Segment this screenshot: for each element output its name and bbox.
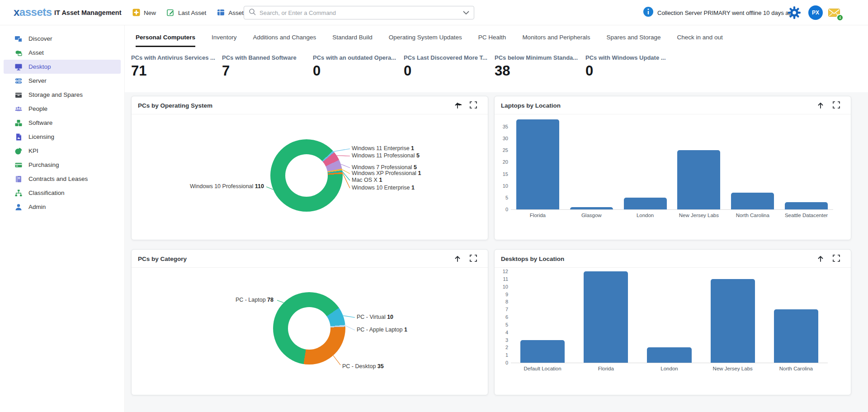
leader-line xyxy=(342,171,350,180)
main-content: Personal Computers Inventory Additions a… xyxy=(125,25,868,412)
sidebar-item-people[interactable]: People xyxy=(4,102,121,116)
gear-icon[interactable] xyxy=(788,6,801,21)
stat-last-discovered[interactable]: PCs Last Discovered More T...0 xyxy=(404,54,495,79)
stat-antivirus[interactable]: PCs with Antivirus Services ...71 xyxy=(131,54,222,79)
stat-below-minimum[interactable]: PCs below Minimum Standa...38 xyxy=(495,54,585,79)
sidebar-item-purchasing[interactable]: Purchasing xyxy=(4,158,121,172)
info-icon[interactable] xyxy=(643,7,653,19)
card-pcs-by-category: PCs by Category PC - Laptop 78 PC - Virt… xyxy=(131,249,488,395)
export-arrow-icon[interactable] xyxy=(816,101,825,109)
y-tick-label: 3 xyxy=(496,337,508,343)
expand-icon[interactable] xyxy=(470,101,478,109)
tab-personal-computers[interactable]: Personal Computers xyxy=(136,27,195,47)
bar-north-carolina xyxy=(731,193,774,209)
sidebar-item-discover[interactable]: Discover xyxy=(4,32,121,46)
sidebar-item-asset[interactable]: Asset xyxy=(4,46,121,60)
app-window: xassets IT Asset Management New Last Ass… xyxy=(0,0,868,412)
export-arrow-icon[interactable] xyxy=(816,255,825,263)
page-title: IT Asset Management xyxy=(54,9,122,16)
cloud-device-icon xyxy=(14,49,23,57)
stat-windows-update[interactable]: PCs with Windows Update ...0 xyxy=(585,54,676,79)
search-input[interactable] xyxy=(259,9,463,16)
category-donut-chart[interactable] xyxy=(273,292,345,365)
donut-label: PC - Apple Laptop 1 xyxy=(357,327,407,333)
sidebar-item-desktop[interactable]: Desktop xyxy=(4,60,121,74)
xassets-logo[interactable]: xassets xyxy=(14,6,52,19)
export-arrow-icon[interactable] xyxy=(453,255,462,263)
tab-pc-health[interactable]: PC Health xyxy=(478,27,506,47)
sidebar-item-admin[interactable]: Admin xyxy=(4,200,121,214)
expand-icon[interactable] xyxy=(470,255,478,263)
table-grid-icon xyxy=(217,9,225,17)
leader-line xyxy=(345,326,355,330)
card-header: PCs by Category xyxy=(132,250,488,268)
tab-spares-and-storage[interactable]: Spares and Storage xyxy=(606,27,660,47)
bar-florida xyxy=(584,271,628,363)
os-donut-chart[interactable] xyxy=(270,139,343,212)
desktops-bar-chart[interactable]: 0123456789101112Default LocationFloridaL… xyxy=(511,267,828,363)
sidebar-item-server[interactable]: Server xyxy=(4,74,121,88)
document-icon xyxy=(14,133,23,141)
bar-florida xyxy=(516,119,559,209)
donut-label: Windows 11 Professional 5 xyxy=(352,152,420,159)
search-icon xyxy=(249,8,256,17)
leader-line xyxy=(337,156,350,156)
tab-additions-and-changes[interactable]: Additions and Changes xyxy=(253,27,316,47)
sidebar-item-classification[interactable]: Classification xyxy=(4,186,121,200)
sidebar-item-storage-and-spares[interactable]: Storage and Spares xyxy=(4,88,121,102)
card-laptops-by-location: Laptops by Location 05101520253035Florid… xyxy=(494,96,851,240)
tab-operating-system-updates[interactable]: Operating System Updates xyxy=(389,27,462,47)
bar-new-jersey-labs xyxy=(677,150,720,209)
search-box[interactable] xyxy=(244,6,474,19)
bar-new-jersey-labs xyxy=(711,279,755,363)
card-header: Laptops by Location xyxy=(495,96,851,114)
quick-toolbar: New Last Asset Asset List xyxy=(132,0,255,25)
tab-inventory[interactable]: Inventory xyxy=(212,27,237,47)
bar-london xyxy=(624,198,667,209)
stat-outdated-os[interactable]: PCs with an outdated Opera...0 xyxy=(313,54,404,79)
sidebar-item-licensing[interactable]: Licensing xyxy=(4,130,121,144)
y-tick-label: 4 xyxy=(496,329,508,336)
top-bar: xassets IT Asset Management New Last Ass… xyxy=(0,0,868,25)
bar-default-location xyxy=(520,340,565,363)
card-header: Desktops by Location xyxy=(495,250,851,268)
last-asset-button[interactable]: Last Asset xyxy=(167,9,206,17)
x-axis-label: Seattle Datacenter xyxy=(775,213,838,218)
bar-seattle-datacenter xyxy=(785,202,828,209)
new-button[interactable]: New xyxy=(132,9,156,17)
leader-line xyxy=(333,355,340,365)
tab-monitors-and-peripherals[interactable]: Monitors and Peripherals xyxy=(522,27,590,47)
y-tick-label: 0 xyxy=(496,360,508,366)
expand-icon[interactable] xyxy=(833,255,841,263)
leader-line xyxy=(277,300,283,303)
credit-card-icon xyxy=(14,161,23,169)
x-axis-label: New Jersey Labs xyxy=(701,366,764,371)
sidebar-item-kpi[interactable]: KPI xyxy=(4,144,121,158)
stat-banned-software[interactable]: PCs with Banned Software7 xyxy=(222,54,313,79)
sidebar-item-contracts-and-leases[interactable]: Contracts and Leases xyxy=(4,172,121,186)
y-tick-label: 6 xyxy=(496,314,508,320)
leader-line xyxy=(343,173,350,188)
laptops-bar-chart[interactable]: 05101520253035FloridaGlasgowLondonNew Je… xyxy=(511,117,833,210)
chevron-down-icon[interactable] xyxy=(463,9,469,17)
sidebar-item-software[interactable]: Software xyxy=(4,116,121,130)
donut-label: PC - Virtual 10 xyxy=(357,314,393,320)
y-tick-label: 20 xyxy=(496,159,508,165)
donut-label: Mac OS X 1 xyxy=(352,177,382,183)
expand-icon[interactable] xyxy=(833,101,841,109)
tab-standard-build[interactable]: Standard Build xyxy=(332,27,373,47)
cubes-icon xyxy=(14,119,23,127)
sidebar: Discover Asset Desktop Server Storage an… xyxy=(0,25,125,412)
hierarchy-icon xyxy=(14,189,23,197)
avatar[interactable]: PX xyxy=(808,5,823,20)
export-arrow-icon[interactable] xyxy=(453,101,462,109)
pie-chart-icon xyxy=(14,147,23,155)
tab-check-in-and-out[interactable]: Check in and out xyxy=(677,27,723,47)
y-tick-label: 30 xyxy=(496,135,508,142)
bar-london xyxy=(647,347,691,363)
donut-label: Windows 10 Professional 110 xyxy=(190,183,264,189)
y-tick-label: 5 xyxy=(496,194,508,201)
x-axis-label: Default Location xyxy=(511,366,574,371)
y-tick-label: 10 xyxy=(496,183,508,189)
y-tick-label: 12 xyxy=(496,268,508,275)
